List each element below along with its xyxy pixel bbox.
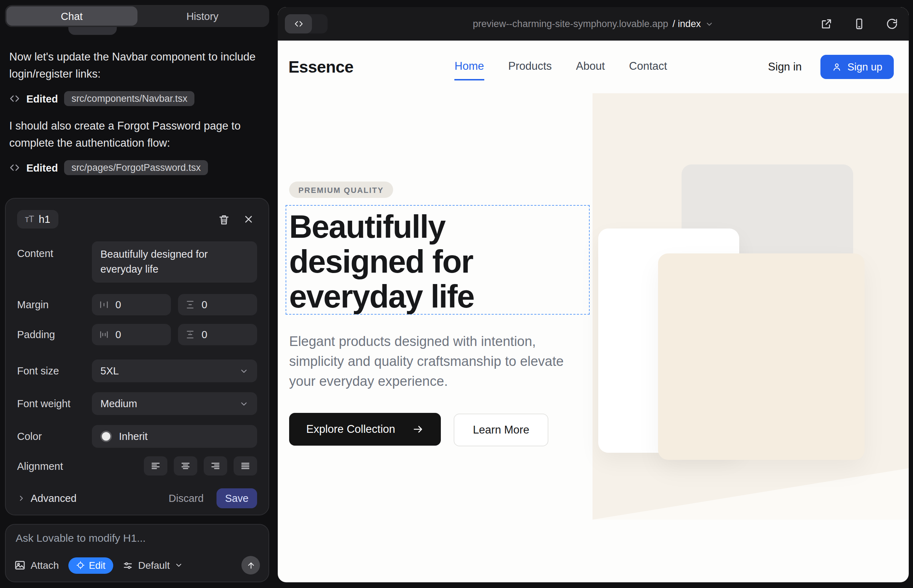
- margin-x-input[interactable]: [115, 299, 164, 310]
- content-label: Content: [17, 241, 92, 259]
- align-center-icon: [180, 460, 191, 471]
- alignment-label: Alignment: [17, 460, 92, 472]
- hero-headline[interactable]: Beautifully designed for everyday life: [289, 209, 524, 314]
- model-default-button[interactable]: Default: [123, 559, 183, 571]
- chat-messages: Now let's update the Navbar component to…: [9, 37, 267, 175]
- explore-collection-button[interactable]: Explore Collection: [289, 413, 441, 446]
- margin-x-icon: [99, 300, 109, 310]
- element-tag-selector[interactable]: тT h1: [17, 210, 58, 228]
- assistant-message: I should also create a Forgot Password p…: [9, 118, 267, 151]
- user-icon: [832, 62, 842, 72]
- attach-label: Attach: [31, 559, 59, 571]
- padding-x-icon: [99, 330, 109, 339]
- close-editor-button[interactable]: [240, 211, 257, 228]
- chat-input[interactable]: [16, 532, 259, 554]
- hero-cta-row: Explore Collection Learn More: [289, 413, 548, 446]
- color-label: Color: [17, 431, 92, 442]
- site-nav-links: Home Products About Contact: [455, 53, 667, 81]
- font-weight-value: Medium: [100, 398, 239, 409]
- chevron-right-icon: [17, 494, 26, 502]
- chat-sidebar: Chat History Now let's update the Navbar…: [0, 0, 277, 588]
- attach-icon: [14, 559, 26, 571]
- chevron-down-icon: [705, 19, 714, 28]
- margin-y-input[interactable]: [202, 299, 250, 310]
- tab-history[interactable]: History: [137, 6, 268, 26]
- advanced-label: Advanced: [31, 493, 76, 504]
- edited-label: Edited: [26, 93, 58, 104]
- align-justify-button[interactable]: [233, 456, 257, 475]
- margin-label: Margin: [17, 299, 92, 310]
- align-right-icon: [210, 460, 221, 471]
- site-navbar: Essence Home Products About Contact Sign…: [278, 40, 909, 93]
- editor-header: тT h1: [17, 208, 257, 230]
- text-style-icon: тT: [25, 214, 34, 224]
- learn-more-button[interactable]: Learn More: [454, 414, 549, 446]
- align-left-icon: [150, 460, 161, 471]
- advanced-toggle[interactable]: Advanced: [17, 493, 76, 504]
- nav-link-about[interactable]: About: [576, 53, 605, 81]
- signup-button[interactable]: Sign up: [821, 55, 894, 79]
- default-label: Default: [138, 559, 170, 571]
- site-brand[interactable]: Essence: [288, 57, 354, 76]
- sliders-icon: [123, 560, 133, 570]
- align-center-button[interactable]: [174, 456, 197, 475]
- edit-mode-button[interactable]: Edit: [68, 557, 113, 573]
- edit-target-icon: [76, 561, 84, 570]
- nav-link-home[interactable]: Home: [455, 53, 484, 81]
- font-size-select[interactable]: 5XL: [92, 360, 257, 382]
- edited-file-row: Edited src/pages/ForgotPassword.tsx: [9, 160, 267, 175]
- discard-button[interactable]: Discard: [169, 493, 204, 504]
- open-external-button[interactable]: [819, 16, 834, 31]
- tab-chat[interactable]: Chat: [6, 6, 137, 26]
- element-tag: h1: [39, 213, 50, 225]
- margin-x-field[interactable]: [92, 294, 171, 315]
- attach-button[interactable]: Attach: [14, 559, 59, 571]
- code-icon: [9, 162, 20, 173]
- font-size-label: Font size: [17, 365, 92, 376]
- mobile-view-button[interactable]: [852, 16, 867, 31]
- preview-url[interactable]: preview--charming-site-symphony.lovable.…: [278, 7, 909, 40]
- code-icon: [9, 93, 20, 104]
- quality-badge: PREMIUM QUALITY: [289, 181, 393, 198]
- padding-y-field[interactable]: [178, 324, 257, 345]
- url-path: / index: [673, 18, 701, 29]
- edit-label: Edit: [89, 560, 105, 570]
- align-left-button[interactable]: [144, 456, 167, 475]
- padding-label: Padding: [17, 329, 92, 340]
- send-button[interactable]: [241, 556, 260, 575]
- chevron-down-icon: [175, 561, 183, 570]
- arrow-right-icon: [412, 423, 424, 435]
- nav-link-products[interactable]: Products: [508, 53, 552, 81]
- edited-file-row: Edited src/components/Navbar.tsx: [9, 91, 267, 106]
- margin-y-field[interactable]: [178, 294, 257, 315]
- delete-element-button[interactable]: [215, 210, 233, 228]
- padding-y-icon: [185, 330, 195, 339]
- padding-x-field[interactable]: [92, 324, 171, 345]
- content-input[interactable]: Beautifully designed for everyday life: [92, 241, 257, 283]
- refresh-button[interactable]: [884, 16, 900, 31]
- align-right-button[interactable]: [204, 456, 227, 475]
- font-weight-select[interactable]: Medium: [92, 392, 257, 415]
- url-domain: preview--charming-site-symphony.lovable.…: [473, 18, 669, 29]
- file-chip-navbar[interactable]: src/components/Navbar.tsx: [65, 91, 195, 106]
- preview-pane: preview--charming-site-symphony.lovable.…: [278, 7, 909, 582]
- file-chip-forgot-password[interactable]: src/pages/ForgotPassword.tsx: [65, 160, 208, 175]
- save-button[interactable]: Save: [217, 488, 257, 508]
- margin-y-icon: [185, 300, 195, 310]
- assistant-message: Now let's update the Navbar component to…: [9, 48, 267, 82]
- signup-label: Sign up: [847, 61, 882, 73]
- padding-y-input[interactable]: [202, 329, 250, 340]
- element-editor-panel: тT h1 Content Beautifully designed for e…: [5, 198, 269, 515]
- padding-x-input[interactable]: [115, 329, 164, 340]
- align-justify-icon: [240, 460, 251, 471]
- preview-toolbar: preview--charming-site-symphony.lovable.…: [278, 7, 909, 40]
- font-size-value: 5XL: [100, 365, 239, 376]
- nav-link-contact[interactable]: Contact: [629, 53, 667, 81]
- font-weight-label: Font weight: [17, 398, 92, 409]
- signin-link[interactable]: Sign in: [768, 60, 802, 73]
- chat-composer: Attach Edit Default: [5, 524, 269, 582]
- color-select[interactable]: Inherit: [92, 425, 257, 448]
- explore-label: Explore Collection: [306, 423, 395, 436]
- hero-description: Elegant products designed with intention…: [289, 332, 574, 391]
- color-swatch: [100, 431, 112, 442]
